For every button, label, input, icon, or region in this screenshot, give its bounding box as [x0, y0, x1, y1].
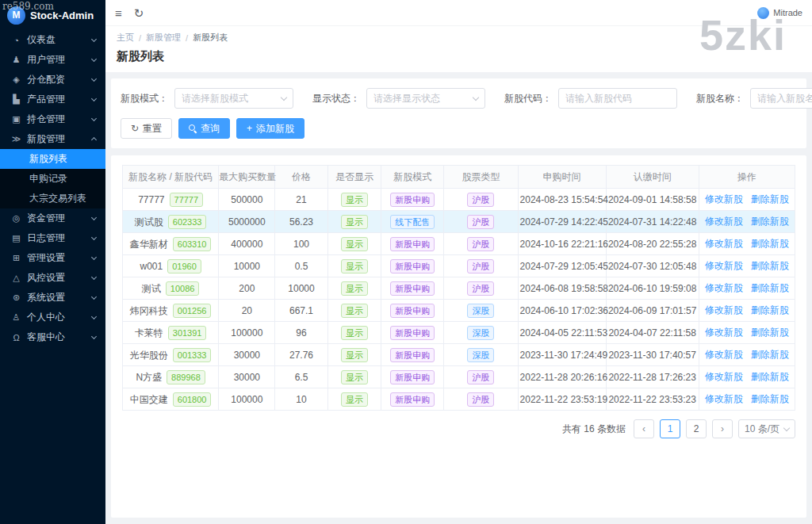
- stock-code-badge: 001256: [173, 304, 212, 318]
- delete-stock-link[interactable]: 删除新股: [751, 216, 789, 227]
- stock-mode-cell: 新股申购: [381, 388, 444, 411]
- sidebar-item-logs[interactable]: ▤日志管理: [0, 228, 105, 248]
- stock-type-cell: 深股: [444, 300, 518, 322]
- stock-name-input[interactable]: [750, 88, 812, 109]
- stock-type-badge: 沪股: [467, 259, 494, 273]
- collapse-menu-icon[interactable]: ≡: [115, 7, 122, 19]
- pay-time: 2024-07-30 12:05:48: [606, 255, 699, 277]
- sidebar-item-profile[interactable]: ♙个人中心: [0, 308, 105, 327]
- stock-mode-cell: 新股申购: [381, 300, 444, 322]
- show-status-cell: 显示: [327, 211, 381, 233]
- edit-stock-link[interactable]: 修改新股: [705, 393, 743, 404]
- sidebar-item-label: 分仓配资: [27, 73, 92, 86]
- max-buy-quantity: 200: [219, 277, 275, 300]
- sidebar-item-holdings[interactable]: ▣持仓管理: [0, 109, 105, 129]
- edit-stock-link[interactable]: 修改新股: [705, 327, 743, 338]
- show-status-badge: 显示: [341, 215, 368, 229]
- stock-mode-badge: 新股申购: [390, 392, 435, 407]
- stock-code-badge: 301391: [168, 326, 207, 340]
- edit-stock-link[interactable]: 修改新股: [705, 282, 743, 293]
- table-row: 中国交建60180010000010显示新股申购沪股2022-11-22 23:…: [123, 388, 795, 411]
- sidebar-item-dashboard[interactable]: ◔仪表盘: [0, 30, 105, 50]
- mode-select[interactable]: 请选择新股模式: [174, 88, 293, 109]
- sidebar-item-label: 日志管理: [27, 231, 92, 245]
- page-button-1[interactable]: 1: [660, 419, 680, 438]
- edit-stock-link[interactable]: 修改新股: [705, 216, 743, 227]
- edit-stock-link[interactable]: 修改新股: [705, 238, 743, 249]
- filter-group-status: 显示状态： 请选择显示状态: [312, 88, 485, 109]
- page-button-2[interactable]: 2: [686, 419, 707, 438]
- sidebar-item-support[interactable]: Ω客服中心: [0, 327, 105, 347]
- stock-mode-cell: 新股申购: [381, 233, 444, 255]
- breadcrumb-item[interactable]: 新股管理: [146, 32, 181, 44]
- delete-stock-link[interactable]: 删除新股: [751, 393, 789, 404]
- apply-time: 2024-10-16 22:21:16: [518, 233, 606, 255]
- sidebar-item-product[interactable]: ▙产品管理: [0, 90, 105, 109]
- add-stock-button[interactable]: + 添加新股: [236, 118, 304, 139]
- edit-stock-link[interactable]: 修改新股: [705, 349, 743, 360]
- stock-mode-cell: 新股申购: [381, 277, 444, 300]
- filter-group-code: 新股代码：: [504, 88, 677, 109]
- max-buy-quantity: 5000000: [219, 211, 275, 233]
- delete-stock-link[interactable]: 删除新股: [751, 304, 789, 316]
- users-icon: ♟: [10, 55, 22, 65]
- sidebar-item-users[interactable]: ♟用户管理: [0, 50, 105, 70]
- stock-name-cell: 炜冈科技001256: [123, 300, 219, 322]
- sidebar-item-funds[interactable]: ◎资金管理: [0, 208, 105, 228]
- edit-stock-link[interactable]: 修改新股: [705, 371, 743, 382]
- price: 100: [275, 233, 327, 255]
- breadcrumb-item[interactable]: 主页: [117, 32, 134, 44]
- max-buy-quantity: 10000: [219, 255, 275, 277]
- delete-stock-link[interactable]: 删除新股: [751, 260, 789, 271]
- sidebar-item-block-trade-list[interactable]: 大宗交易列表: [0, 189, 105, 208]
- sidebar-item-allocation[interactable]: ◈分仓配资: [0, 70, 105, 90]
- edit-stock-link[interactable]: 修改新股: [705, 193, 743, 205]
- max-buy-quantity: 500000: [219, 189, 275, 211]
- table-row: 测试股602333500000056.23显示线下配售沪股2024-07-29 …: [123, 211, 795, 233]
- stock-type-badge: 深股: [467, 348, 494, 362]
- delete-stock-link[interactable]: 删除新股: [751, 327, 789, 338]
- sidebar-item-label: 风控设置: [27, 271, 92, 285]
- sidebar-item-admin-settings[interactable]: ⊞管理设置: [0, 248, 105, 268]
- delete-stock-link[interactable]: 删除新股: [751, 349, 789, 360]
- sidebar-item-subscription-records[interactable]: 申购记录: [0, 169, 105, 189]
- sidebar-item-risk-settings[interactable]: △风控设置: [0, 268, 105, 288]
- table-row: N方盛889968300006.5显示新股申购沪股2022-11-28 20:2…: [123, 366, 795, 388]
- show-status-cell: 显示: [327, 366, 381, 388]
- stock-code-badge: 601800: [173, 392, 212, 407]
- sidebar-item-new-stock[interactable]: ≫新股管理: [0, 129, 105, 149]
- search-button[interactable]: 查询: [178, 118, 230, 139]
- app-title: Stock-Admin: [30, 10, 94, 21]
- stock-code-badge: 77777: [170, 193, 204, 207]
- sidebar-item-new-stock-list[interactable]: 新股列表: [0, 149, 105, 169]
- sidebar-item-label: 新股管理: [27, 132, 92, 146]
- prev-page-button[interactable]: ‹: [634, 419, 654, 438]
- refresh-icon[interactable]: ↻: [134, 7, 144, 19]
- reset-button[interactable]: ↻ 重置: [121, 118, 172, 139]
- delete-stock-link[interactable]: 删除新股: [751, 238, 789, 249]
- chevron-down-icon: [91, 314, 97, 319]
- actions-cell: 修改新股删除新股: [699, 277, 795, 300]
- edit-stock-link[interactable]: 修改新股: [705, 304, 743, 316]
- edit-stock-link[interactable]: 修改新股: [705, 260, 743, 271]
- delete-stock-link[interactable]: 删除新股: [751, 371, 789, 382]
- delete-stock-link[interactable]: 删除新股: [751, 193, 789, 205]
- filter-group-mode: 新股模式： 请选择新股模式: [121, 88, 293, 109]
- status-select[interactable]: 请选择显示状态: [366, 88, 485, 109]
- delete-stock-link[interactable]: 删除新股: [751, 282, 789, 293]
- sidebar-item-system-settings[interactable]: ⊛系统设置: [0, 288, 105, 308]
- next-page-button[interactable]: ›: [712, 419, 733, 438]
- stock-code-input[interactable]: [558, 88, 677, 109]
- stock-name-cell: 测试10086: [123, 277, 219, 300]
- pay-time: 2024-04-07 22:11:58: [606, 322, 699, 344]
- filter-row: 新股模式： 请选择新股模式 显示状态： 请选择显示状态: [121, 88, 797, 109]
- stock-type-cell: 沪股: [444, 277, 518, 300]
- pay-time: 2022-11-28 17:26:23: [606, 366, 699, 388]
- stock-mode-badge: 新股申购: [390, 237, 435, 251]
- page-size-select[interactable]: 10 条/页: [738, 419, 795, 438]
- stock-name: 炜冈科技: [130, 305, 168, 316]
- user-menu[interactable]: Mitrade: [757, 7, 802, 19]
- show-status-badge: 显示: [341, 370, 368, 384]
- main-area: ≡ ↻ Mitrade 主页/新股管理/新股列表 新股列表 新股模式： 请选择新…: [105, 0, 812, 524]
- breadcrumb-separator: /: [139, 33, 141, 43]
